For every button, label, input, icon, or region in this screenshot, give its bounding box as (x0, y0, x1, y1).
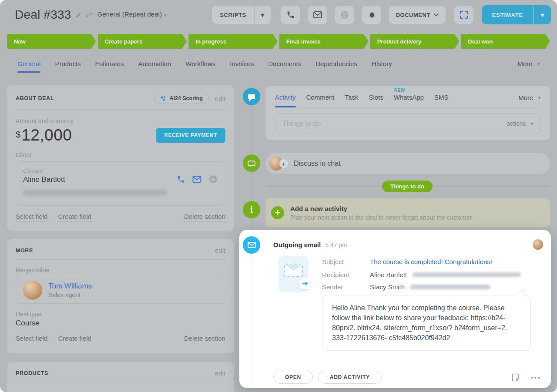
contact-email-icon[interactable] (192, 176, 201, 183)
stage-deal-won[interactable]: Deal won (461, 34, 550, 49)
add-activity-button[interactable]: ADD ACTIVITY (318, 371, 382, 384)
scripts-button-label[interactable]: SCRIPTS (212, 12, 254, 18)
select-field-link[interactable]: Select field (16, 213, 47, 221)
tab-products[interactable]: Products (55, 60, 81, 72)
timeline-tab-activity[interactable]: Activity (275, 94, 296, 102)
tab-workflows[interactable]: Workflows (185, 60, 215, 72)
sender-label: Sender (322, 283, 370, 291)
stage-create-papers[interactable]: Create papers (98, 34, 187, 49)
page-title: Deal #333 (15, 8, 71, 22)
deal-tabs: General Products Estimates Automation Wo… (17, 60, 540, 72)
create-field-link[interactable]: Create field (58, 335, 91, 343)
tab-general[interactable]: General (17, 60, 40, 72)
add-activity-row[interactable]: + Add a new activity Plan your next acti… (265, 198, 550, 227)
tab-documents[interactable]: Documents (268, 60, 301, 72)
scripts-caret-icon[interactable]: ▾ (254, 6, 271, 24)
stage-label: Final invoice (286, 38, 321, 45)
delete-section-link[interactable]: Delete section (184, 335, 225, 343)
document-button[interactable]: DOCUMENT (389, 5, 446, 24)
add-activity-subtitle: Plan your next action in the deal to nev… (290, 214, 472, 221)
discuss-in-chat-row[interactable]: + Discuss in chat (265, 153, 550, 174)
responsible-avatar (23, 281, 42, 300)
tab-automation[interactable]: Automation (138, 60, 171, 72)
settings-gear-button[interactable] (362, 5, 382, 24)
subject-value[interactable]: The course is completed! Congratulations… (370, 258, 492, 265)
delete-section-link[interactable]: Delete section (184, 213, 225, 221)
estimate-button-label[interactable]: ESTIMATE (482, 5, 534, 24)
things-to-do-badge[interactable]: Things to do (382, 181, 433, 192)
timeline-tab-whatsapp[interactable]: NEW WhatsApp (394, 94, 424, 102)
deal-type-value: Course (16, 319, 225, 328)
stage-label: In progress (195, 38, 226, 45)
actions-label: actions (507, 120, 526, 127)
amount-label: Amount and currency (16, 117, 225, 124)
ai-scoring-badge[interactable]: AI24 Scoring (154, 93, 208, 104)
receive-payment-button[interactable]: RECEIVE PAYMENT (156, 128, 225, 143)
scripts-button: SCRIPTS ▾ (211, 5, 271, 24)
new-badge: NEW (394, 88, 405, 93)
select-field-link[interactable]: Select field (16, 335, 47, 343)
pipeline-stage-bar: New Create papers In progress Final invo… (7, 34, 550, 49)
responsible-name[interactable]: Tom Williams (48, 282, 92, 291)
contact-label: Contact (23, 168, 218, 174)
products-edit-link[interactable]: edit (215, 369, 225, 377)
tab-dependencies[interactable]: Dependencies (315, 60, 357, 72)
actions-dropdown[interactable]: actions ▾ (507, 120, 533, 127)
stage-label: New (14, 38, 26, 45)
call-button[interactable] (281, 5, 301, 24)
stage-final-invoice[interactable]: Final invoice (279, 34, 369, 49)
tab-history[interactable]: History (372, 60, 392, 72)
tab-more[interactable]: More ▾ (517, 60, 540, 72)
todo-input[interactable] (282, 120, 507, 127)
estimate-button: ESTIMATE ▾ (482, 5, 551, 24)
stage-new[interactable]: New (7, 34, 96, 49)
timeline-tab-task[interactable]: Task (345, 94, 359, 102)
timeline-tab-slots[interactable]: Slots (369, 94, 383, 102)
pipeline-selector[interactable]: General (Repeat deal) (97, 10, 161, 19)
tab-invoices[interactable]: Invoices (230, 60, 254, 72)
contact-call-icon[interactable] (177, 175, 185, 184)
estimate-caret-icon[interactable]: ▾ (534, 5, 551, 24)
timeline-tab-sms[interactable]: SMS (434, 94, 449, 102)
ai-scoring-label: AI24 Scoring (169, 95, 202, 101)
outgoing-email-icon: ➔ (278, 256, 308, 292)
client-label: Client (16, 151, 225, 158)
divider (16, 259, 225, 260)
responsible-box: Tom Williams Sales agent (16, 277, 225, 304)
expand-fullscreen-button[interactable] (454, 5, 474, 24)
subject-row: Subject The course is completed! Congrat… (322, 257, 492, 266)
open-button[interactable]: OPEN (273, 371, 313, 384)
more-caret-icon: ▾ (537, 61, 540, 67)
stage-in-progress[interactable]: In progress (188, 34, 278, 49)
tab-estimates[interactable]: Estimates (95, 60, 124, 72)
timeline-tab-comment[interactable]: Comment (306, 94, 335, 102)
note-icon[interactable] (512, 373, 519, 382)
sender-name: Stacy Smith (370, 283, 405, 291)
about-deal-edit-link[interactable]: edit (215, 95, 225, 102)
contact-name[interactable]: Aline Bartlett (23, 175, 65, 184)
chat-button-disabled[interactable] (335, 5, 355, 24)
more-edit-link[interactable]: edit (215, 247, 225, 254)
timeline-tab-more[interactable]: More ▾ (518, 94, 540, 101)
contact-chat-icon-disabled[interactable] (208, 174, 218, 184)
stage-label: Product delivery (377, 38, 422, 45)
email-author-avatar (533, 239, 543, 250)
email-footer: OPEN ADD ACTIVITY ••• (273, 371, 541, 384)
recipient-name: Aline Bartlett (370, 271, 407, 278)
stage-product-delivery[interactable]: Product delivery (370, 34, 460, 49)
client-box: Contact Aline Bartlett (16, 161, 225, 206)
deal-amount: 12,000 (21, 126, 72, 144)
create-field-link[interactable]: Create field (58, 213, 91, 221)
currency-symbol: $ (16, 130, 20, 140)
email-header: Outgoing email 5:47 pm (273, 241, 347, 248)
responsible-label: Responsible (16, 267, 225, 274)
pipeline-caret-icon: ▾ (164, 12, 167, 18)
about-deal-head: ABOUT DEAL AI24 Scoring edit (16, 85, 225, 104)
edit-title-icon[interactable] (75, 12, 82, 18)
section-title: MORE (16, 248, 33, 254)
more-actions-icon[interactable]: ••• (530, 374, 541, 381)
email-card-rail (252, 255, 252, 388)
timeline-tab-whatsapp-label: WhatsApp (394, 94, 424, 101)
email-button[interactable] (308, 5, 328, 24)
timeline-tabs: Activity Comment Task Slots NEW WhatsApp… (275, 86, 540, 107)
